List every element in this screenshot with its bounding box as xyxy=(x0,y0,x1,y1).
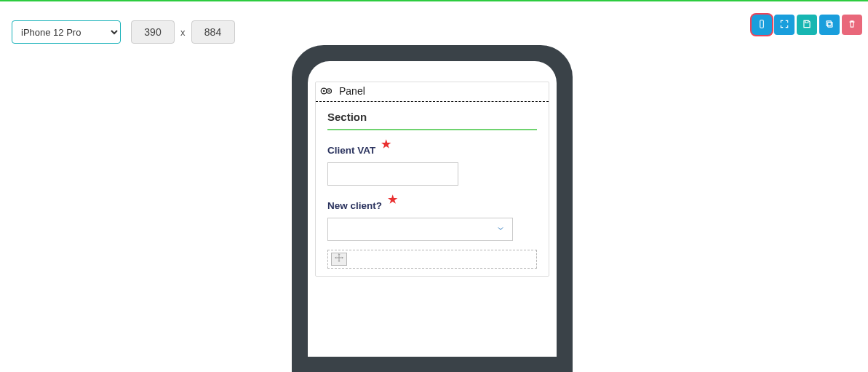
dimension-separator: x xyxy=(180,27,186,38)
drop-placeholder[interactable] xyxy=(327,250,537,269)
panel-title: Panel xyxy=(339,85,365,97)
required-star-icon: ★ xyxy=(381,138,391,150)
panel-body: Section Client VAT ★ New client? ★ xyxy=(316,102,549,276)
copy-button[interactable] xyxy=(819,15,840,35)
panel-header[interactable]: Panel xyxy=(316,82,549,102)
dimension-group: x xyxy=(131,20,235,44)
svg-rect-1 xyxy=(828,22,832,26)
width-input[interactable] xyxy=(131,20,175,44)
svg-point-6 xyxy=(328,90,330,92)
chevron-down-icon xyxy=(496,223,505,236)
device-toolbar: iPhone 12 Pro x xyxy=(12,20,235,44)
save-button[interactable] xyxy=(797,15,817,35)
save-icon xyxy=(802,19,812,31)
field-new-client: New client? ★ xyxy=(327,199,537,241)
move-icon xyxy=(334,253,344,266)
required-star-icon: ★ xyxy=(388,193,397,205)
device-screen: Panel Section Client VAT ★ New client? xyxy=(308,61,557,357)
panel-container: Panel Section Client VAT ★ New client? xyxy=(315,82,549,277)
device-select[interactable]: iPhone 12 Pro xyxy=(12,20,121,44)
field-label: New client? ★ xyxy=(327,199,394,212)
field-client-vat: Client VAT ★ xyxy=(327,143,537,186)
svg-point-4 xyxy=(323,90,325,92)
copy-icon xyxy=(824,19,835,31)
height-input[interactable] xyxy=(191,20,235,44)
gear-icon xyxy=(320,86,333,96)
delete-button[interactable] xyxy=(842,15,862,35)
fullscreen-button[interactable] xyxy=(774,15,795,35)
section-title[interactable]: Section xyxy=(327,111,537,130)
client-vat-input[interactable] xyxy=(327,162,458,186)
field-label-text: Client VAT xyxy=(327,145,375,156)
device-frame: Panel Section Client VAT ★ New client? xyxy=(292,45,573,372)
move-handle[interactable] xyxy=(331,253,347,266)
top-accent-bar xyxy=(0,0,868,1)
toggle-device-button[interactable] xyxy=(752,15,772,35)
device-icon xyxy=(757,19,767,31)
action-toolbar xyxy=(752,15,862,35)
svg-rect-2 xyxy=(827,20,831,25)
svg-rect-0 xyxy=(760,20,764,28)
fullscreen-icon xyxy=(779,19,789,31)
trash-icon xyxy=(847,19,857,31)
new-client-select[interactable] xyxy=(327,218,513,241)
field-label-text: New client? xyxy=(327,200,382,211)
field-label: Client VAT ★ xyxy=(327,143,388,157)
